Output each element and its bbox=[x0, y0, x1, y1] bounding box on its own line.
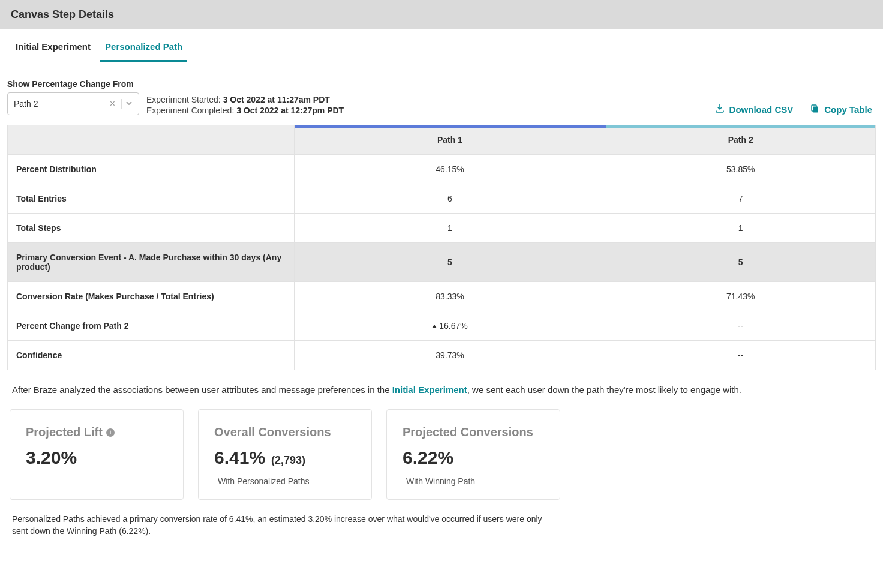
analysis-text: After Braze analyzed the associations be… bbox=[0, 385, 883, 395]
clear-icon[interactable]: × bbox=[106, 98, 119, 109]
baseline-path-select[interactable]: Path 2 × bbox=[7, 92, 139, 115]
select-value: Path 2 bbox=[14, 99, 106, 109]
projected-conversions-caption: With Winning Path bbox=[403, 476, 544, 486]
caret-up-icon bbox=[432, 325, 437, 328]
initial-experiment-link[interactable]: Initial Experiment bbox=[392, 385, 467, 395]
footnote-text: Personalized Paths achieved a primary co… bbox=[0, 513, 564, 538]
started-value: 3 Oct 2022 at 11:27am PDT bbox=[223, 95, 330, 104]
table-row: Confidence 39.73% -- bbox=[8, 341, 876, 370]
copy-icon bbox=[810, 104, 819, 115]
started-label: Experiment Started: bbox=[146, 95, 223, 104]
table-row: Percent Change from Path 2 16.67% -- bbox=[8, 311, 876, 341]
projected-lift-value: 3.20% bbox=[26, 448, 167, 468]
tabs: Initial Experiment Personalized Path bbox=[0, 29, 883, 62]
table-row: Total Steps 1 1 bbox=[8, 214, 876, 243]
tab-initial-experiment[interactable]: Initial Experiment bbox=[11, 29, 95, 62]
experiment-info: Experiment Started: 3 Oct 2022 at 11:27a… bbox=[146, 95, 344, 115]
overall-conversions-caption: With Personalized Paths bbox=[214, 476, 356, 486]
table-row: Total Entries 6 7 bbox=[8, 184, 876, 214]
download-csv-button[interactable]: Download CSV bbox=[715, 104, 794, 115]
table-header-path1: Path 1 bbox=[294, 125, 606, 155]
overall-conversions-value: 6.41% bbox=[214, 448, 265, 468]
projected-conversions-card: Projected Conversions 6.22% With Winning… bbox=[386, 409, 560, 500]
projected-lift-card: Projected Lift i 3.20% bbox=[10, 409, 184, 500]
table-row: Conversion Rate (Makes Purchase / Total … bbox=[8, 282, 876, 311]
results-table: Path 1 Path 2 Percent Distribution 46.15… bbox=[7, 125, 876, 370]
table-row-primary-conversion: Primary Conversion Event - A. Made Purch… bbox=[8, 243, 876, 282]
chevron-down-icon[interactable] bbox=[121, 99, 133, 109]
tab-personalized-path[interactable]: Personalized Path bbox=[100, 29, 187, 62]
svg-rect-1 bbox=[813, 107, 818, 113]
table-row: Percent Distribution 46.15% 53.85% bbox=[8, 155, 876, 184]
projected-conversions-value: 6.22% bbox=[403, 448, 544, 468]
overall-conversions-card: Overall Conversions 6.41% (2,793) With P… bbox=[198, 409, 372, 500]
table-header-path2: Path 2 bbox=[606, 125, 876, 155]
completed-label: Experiment Completed: bbox=[146, 106, 236, 115]
stat-cards: Projected Lift i 3.20% Overall Conversio… bbox=[0, 409, 883, 500]
overall-conversions-count: (2,793) bbox=[271, 454, 305, 467]
completed-value: 3 Oct 2022 at 12:27pm PDT bbox=[236, 106, 344, 115]
controls-row: Show Percentage Change From Path 2 × Exp… bbox=[0, 79, 883, 120]
page-title: Canvas Step Details bbox=[0, 0, 883, 29]
copy-table-button[interactable]: Copy Table bbox=[810, 104, 872, 115]
download-icon bbox=[715, 104, 725, 115]
info-icon[interactable]: i bbox=[106, 428, 115, 437]
table-header-metric bbox=[8, 125, 295, 155]
select-label: Show Percentage Change From bbox=[7, 79, 139, 89]
